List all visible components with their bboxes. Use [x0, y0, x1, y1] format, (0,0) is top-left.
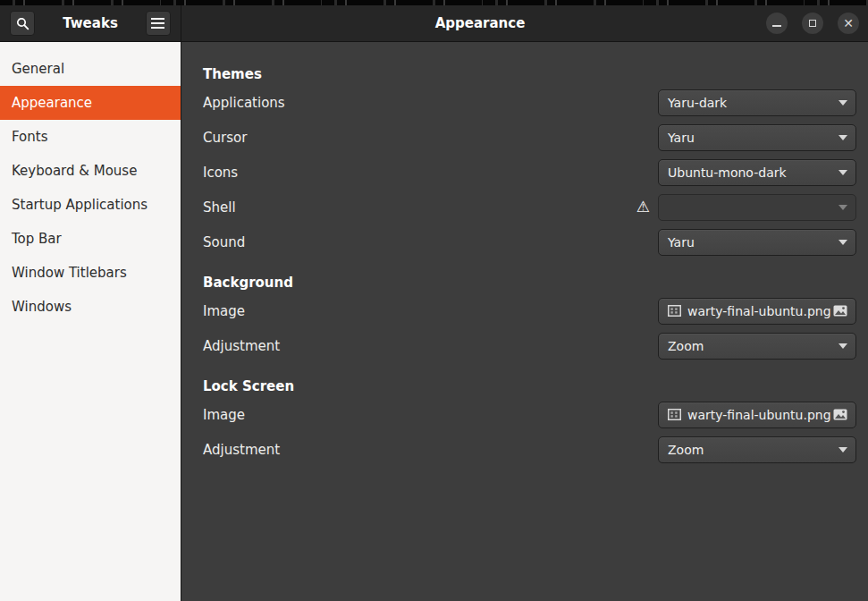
cursor-theme-dropdown[interactable]: Yaru — [658, 124, 856, 151]
titlebar: Tweaks Appearance ✕ — [0, 5, 868, 42]
row-label: Sound — [203, 234, 658, 250]
settings-row-cursor: Cursor Yaru — [203, 120, 856, 155]
lockscreen-adjustment-dropdown[interactable]: Zoom — [658, 436, 856, 463]
dropdown-value: Yaru — [668, 235, 695, 250]
row-label: Image — [203, 407, 658, 423]
titlebar-right: Appearance ✕ — [181, 5, 868, 41]
row-label: Adjustment — [203, 338, 658, 354]
settings-row-background-image: Image warty-final-ubuntu.png — [203, 293, 856, 328]
row-label: Cursor — [203, 130, 658, 146]
row-label: Icons — [203, 165, 658, 181]
file-name: warty-final-ubuntu.png — [687, 304, 831, 318]
chevron-down-icon — [839, 447, 847, 453]
minimize-button[interactable] — [766, 13, 788, 34]
chevron-down-icon — [839, 205, 847, 210]
row-label: Adjustment — [203, 442, 658, 458]
file-name: warty-final-ubuntu.png — [687, 408, 831, 422]
dropdown-value: Zoom — [668, 339, 704, 353]
maximize-button[interactable] — [802, 13, 823, 34]
sound-theme-dropdown[interactable]: Yaru — [658, 229, 856, 256]
chevron-down-icon — [839, 135, 847, 140]
section-heading-themes: Themes — [203, 63, 856, 85]
row-label: Shell — [203, 199, 636, 216]
sidebar-item-top-bar[interactable]: Top Bar — [0, 222, 181, 256]
settings-row-sound: Sound Yaru — [203, 224, 856, 259]
settings-row-lockscreen-adjustment: Adjustment Zoom — [203, 432, 856, 467]
settings-row-applications: Applications Yaru-dark — [203, 85, 856, 120]
minimize-icon — [772, 25, 781, 27]
warning-icon: ⚠ — [636, 199, 650, 215]
background-image-chooser[interactable]: warty-final-ubuntu.png — [658, 298, 856, 325]
dropdown-value: Yaru — [668, 131, 695, 145]
window-title-left: Tweaks — [63, 15, 118, 31]
photo-icon — [833, 409, 847, 420]
row-label: Applications — [203, 95, 658, 111]
background-adjustment-dropdown[interactable]: Zoom — [658, 333, 856, 360]
titlebar-left: Tweaks — [0, 5, 181, 41]
sidebar-item-appearance[interactable]: Appearance — [0, 86, 181, 120]
settings-row-shell: Shell ⚠ — [203, 190, 856, 224]
close-button[interactable]: ✕ — [838, 13, 859, 34]
shell-theme-dropdown[interactable] — [658, 194, 856, 221]
settings-row-icons: Icons Ubuntu-mono-dark — [203, 155, 856, 190]
sidebar-item-window-titlebars[interactable]: Window Titlebars — [0, 256, 181, 290]
search-button[interactable] — [10, 11, 35, 36]
dropdown-value: Yaru-dark — [668, 96, 727, 110]
sidebar-item-startup-applications[interactable]: Startup Applications — [0, 188, 181, 222]
sidebar-item-fonts[interactable]: Fonts — [0, 120, 181, 154]
search-icon — [16, 17, 29, 30]
chevron-down-icon — [839, 170, 847, 175]
sidebar-item-keyboard-mouse[interactable]: Keyboard & Mouse — [0, 154, 181, 188]
dropdown-value: Ubuntu-mono-dark — [668, 165, 787, 180]
sidebar-item-windows[interactable]: Windows — [0, 290, 181, 324]
applications-theme-dropdown[interactable]: Yaru-dark — [658, 89, 856, 116]
section-heading-lock-screen: Lock Screen — [203, 376, 856, 397]
sidebar: General Appearance Fonts Keyboard & Mous… — [0, 42, 181, 601]
settings-row-background-adjustment: Adjustment Zoom — [203, 328, 856, 363]
window-title-right: Appearance — [181, 15, 779, 31]
close-icon: ✕ — [843, 17, 854, 30]
chevron-down-icon — [839, 240, 847, 245]
hamburger-menu-icon — [151, 18, 164, 29]
menu-button[interactable] — [146, 11, 171, 36]
sidebar-item-general[interactable]: General — [0, 52, 181, 86]
appearance-panel: Themes Applications Yaru-dark Cursor Yar… — [182, 42, 868, 601]
image-frame-icon — [668, 305, 681, 317]
image-frame-icon — [668, 409, 681, 420]
dropdown-value: Zoom — [668, 443, 704, 457]
icons-theme-dropdown[interactable]: Ubuntu-mono-dark — [658, 159, 856, 186]
row-label: Image — [203, 303, 658, 319]
chevron-down-icon — [839, 100, 847, 106]
settings-row-lockscreen-image: Image warty-final-ubuntu.png — [203, 397, 856, 432]
maximize-icon — [809, 20, 816, 27]
photo-icon — [833, 305, 847, 317]
lockscreen-image-chooser[interactable]: warty-final-ubuntu.png — [658, 402, 856, 428]
section-heading-background: Background — [203, 272, 856, 293]
chevron-down-icon — [839, 343, 847, 349]
window-controls: ✕ — [766, 5, 859, 41]
